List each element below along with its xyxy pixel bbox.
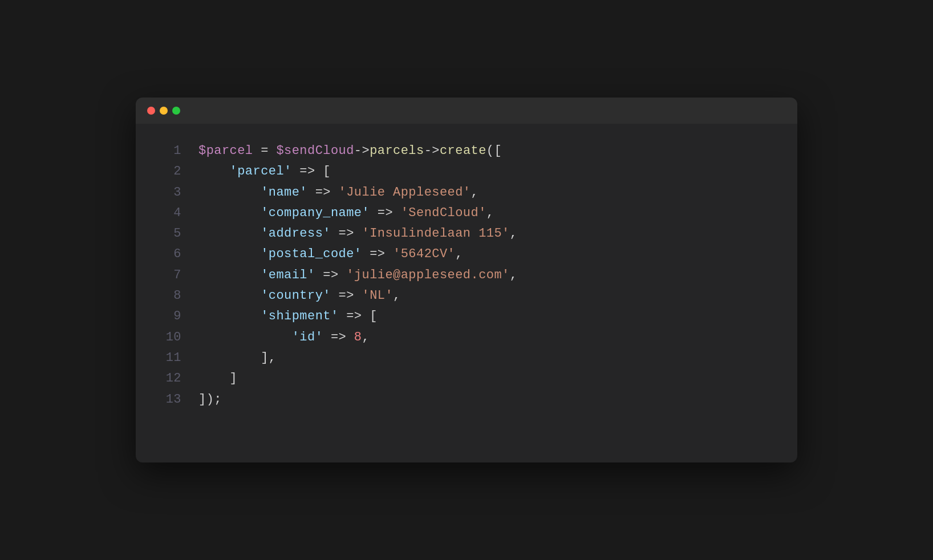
line-number: 2 [159, 161, 181, 182]
token-method: create [440, 144, 486, 158]
token-key: 'company_name' [198, 206, 370, 220]
code-line: 7 'email' => 'julie@appleseed.com', [159, 265, 774, 286]
token-punctuation: , [510, 268, 518, 282]
token-key: 'parcel' [198, 164, 292, 178]
maximize-button[interactable] [172, 107, 180, 115]
code-line: 5 'address' => 'Insulindelaan 115', [159, 224, 774, 244]
line-number: 9 [159, 306, 181, 327]
token-arrow: => [323, 330, 354, 344]
minimize-button[interactable] [160, 107, 168, 115]
token-arrow: => [362, 247, 394, 261]
token-key: 'id' [198, 330, 323, 344]
line-number: 4 [159, 203, 181, 224]
line-content: 'country' => 'NL', [198, 286, 401, 306]
line-number: 6 [159, 244, 181, 265]
token-operator: -> [424, 144, 440, 158]
token-string-val: 'Insulindelaan 115' [362, 226, 510, 241]
token-var: $parcel [198, 144, 253, 158]
code-line: 1$parcel = $sendCloud->parcels->create([ [159, 141, 774, 161]
token-key: 'name' [198, 185, 307, 200]
line-number: 10 [159, 327, 181, 348]
code-line: 6 'postal_code' => '5642CV', [159, 244, 774, 265]
line-number: 11 [159, 348, 181, 368]
line-content: ], [198, 348, 276, 368]
line-content: $parcel = $sendCloud->parcels->create([ [198, 141, 502, 161]
token-number-val: 8 [354, 330, 362, 344]
token-string-val: 'NL' [362, 289, 394, 303]
line-content: ] [198, 368, 237, 389]
token-arrow: => [307, 185, 339, 200]
token-key: 'address' [198, 226, 331, 241]
token-string-val: 'julie@appleseed.com' [346, 268, 510, 282]
token-arrow: => [339, 309, 370, 323]
token-bracket: [ [323, 164, 331, 178]
code-line: 11 ], [159, 348, 774, 368]
token-arrow: => [370, 206, 401, 220]
line-content: 'postal_code' => '5642CV', [198, 244, 463, 265]
token-punctuation: , [455, 247, 463, 261]
token-arrow: => [292, 164, 323, 178]
token-method: parcels [370, 144, 424, 158]
code-line: 3 'name' => 'Julie Appleseed', [159, 182, 774, 203]
code-line: 8 'country' => 'NL', [159, 286, 774, 306]
line-number: 13 [159, 389, 181, 410]
line-content: 'address' => 'Insulindelaan 115', [198, 224, 517, 244]
code-window: 1$parcel = $sendCloud->parcels->create([… [136, 98, 797, 462]
token-bracket: ]); [198, 392, 222, 407]
token-string-val: 'SendCloud' [401, 206, 486, 220]
token-operator: -> [354, 144, 370, 158]
token-arrow: => [331, 226, 362, 241]
line-number: 5 [159, 224, 181, 244]
line-number: 3 [159, 182, 181, 203]
code-line: 9 'shipment' => [ [159, 306, 774, 327]
line-number: 7 [159, 265, 181, 286]
token-punctuation: , [393, 289, 401, 303]
code-editor: 1$parcel = $sendCloud->parcels->create([… [136, 124, 797, 433]
token-key: 'postal_code' [198, 247, 362, 261]
code-line: 4 'company_name' => 'SendCloud', [159, 203, 774, 224]
line-content: 'name' => 'Julie Appleseed', [198, 182, 478, 203]
token-string-val: 'Julie Appleseed' [339, 185, 471, 200]
line-content: 'shipment' => [ [198, 306, 378, 327]
token-punctuation: , [510, 226, 518, 241]
titlebar [136, 98, 797, 124]
line-number: 1 [159, 141, 181, 161]
line-content: 'company_name' => 'SendCloud', [198, 203, 494, 224]
token-bracket: ] [198, 371, 237, 385]
token-var: $sendCloud [276, 144, 354, 158]
line-number: 12 [159, 368, 181, 389]
token-punctuation: , [362, 330, 370, 344]
line-content: 'id' => 8, [198, 327, 370, 348]
code-line: 10 'id' => 8, [159, 327, 774, 348]
code-line: 13]); [159, 389, 774, 410]
code-line: 12 ] [159, 368, 774, 389]
line-content: 'email' => 'julie@appleseed.com', [198, 265, 517, 286]
token-bracket: ([ [486, 144, 502, 158]
token-arrow: => [315, 268, 347, 282]
token-bracket: ], [198, 351, 276, 365]
code-line: 2 'parcel' => [ [159, 161, 774, 182]
token-key: 'country' [198, 289, 331, 303]
token-key: 'shipment' [198, 309, 339, 323]
token-arrow: => [331, 289, 362, 303]
line-number: 8 [159, 286, 181, 306]
token-punctuation: , [486, 206, 494, 220]
token-punctuation: , [471, 185, 479, 200]
token-string-val: '5642CV' [393, 247, 455, 261]
line-content: ]); [198, 389, 222, 410]
line-content: 'parcel' => [ [198, 161, 331, 182]
token-bracket: [ [370, 309, 378, 323]
token-operator: = [253, 144, 277, 158]
token-key: 'email' [198, 268, 315, 282]
close-button[interactable] [147, 107, 155, 115]
